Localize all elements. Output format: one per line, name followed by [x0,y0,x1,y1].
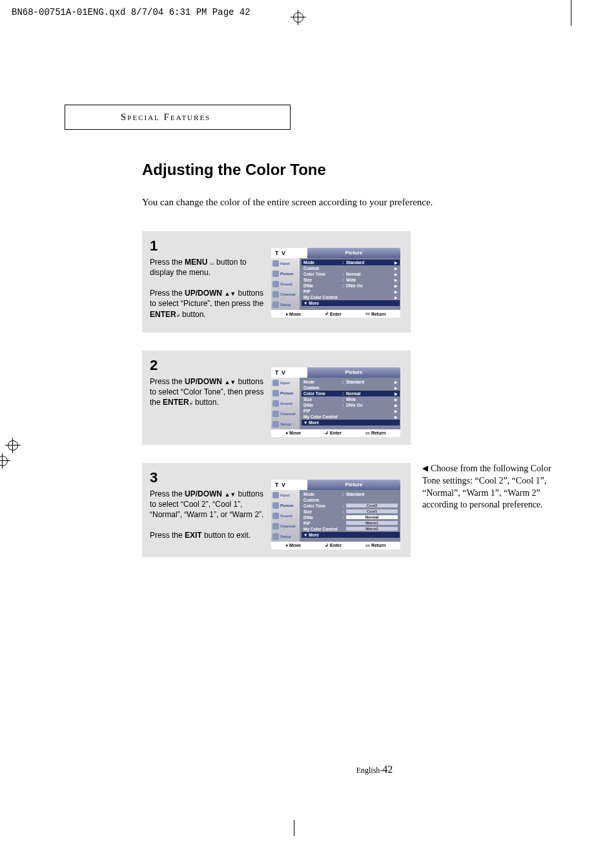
step-instruction: Press the UP/DOWN ▲▼ buttons to select “… [150,489,266,541]
osd-screenshot: T V Picture Input Picture Sound Channel … [271,248,400,325]
print-job-header: BN68-00751A-01ENG.qxd 8/7/04 6:31 PM Pag… [12,7,251,17]
osd-screenshot: T V Picture Input Picture Sound Channel … [271,480,400,549]
side-note: ▶Choose from the following Color Tone se… [422,463,558,512]
osd-hint-enter: ↲Enter [325,311,342,316]
registration-mark-icon [5,438,21,453]
step-number: 1 [150,236,266,256]
crop-rule [571,0,571,26]
step-block: 2 Press the UP/DOWN ▲▼ buttons to select… [142,351,411,445]
osd-panel-title: Picture [307,248,400,258]
step-instruction: Press the UP/DOWN ▲▼ buttons to select “… [150,376,266,408]
osd-hint-move: ♦Move [286,311,301,316]
osd-side-nav: Input Picture Sound Channel Setup [271,258,300,310]
registration-mark-icon [0,453,10,469]
pointer-left-icon: ▶ [422,463,428,473]
page-title: Adjusting the Color Tone [142,161,607,179]
registration-mark-icon [291,10,306,25]
section-tab: Special Features [65,105,291,130]
osd-screenshot: T V Picture Input Picture Sound Channel … [271,367,400,437]
crop-rule [294,820,294,836]
step-number: 2 [150,356,266,375]
osd-hint-return: ▭Return [365,311,386,316]
step-block: 1 Press the MENU ▭ button to display the… [142,231,411,332]
intro-text: You can change the color of the entire s… [142,197,607,208]
step-block: 3 Press the UP/DOWN ▲▼ buttons to select… [142,463,411,557]
step-instruction: Press the MENU ▭ button to display the m… [150,257,266,320]
page-number: English-42 [142,764,607,775]
step-number: 3 [150,468,266,487]
osd-tv-label: T V [271,248,307,258]
